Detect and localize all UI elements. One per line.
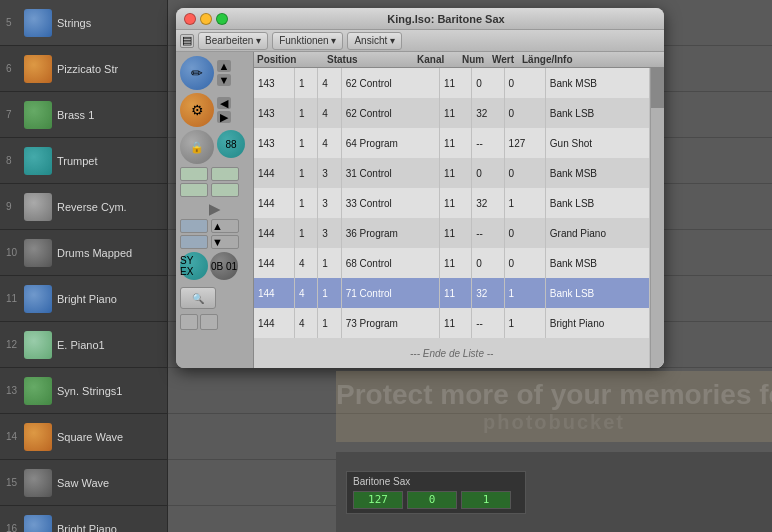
table-row[interactable]: 1441333 Control11321Bank LSB <box>254 188 650 218</box>
inst-btn-gray[interactable]: 🔒 <box>180 130 214 164</box>
search-btn-row: 🔍 <box>180 287 249 309</box>
track-num-12: 12 <box>6 339 24 350</box>
icon-btn-1[interactable] <box>180 314 198 330</box>
track-item-13[interactable]: 13 Syn. Strings1 <box>0 368 167 414</box>
main-area: King.lso: Baritone Sax ▤ Bearbeiten ▾ Fu… <box>168 0 772 532</box>
panel-expand-arrow[interactable] <box>209 204 221 216</box>
funktionen-menu[interactable]: Funktionen ▾ <box>272 32 343 50</box>
watermark-text: Protect more of your memories for less! <box>336 379 772 411</box>
green-btn-2[interactable] <box>180 183 208 197</box>
window-toolbar: ▤ Bearbeiten ▾ Funktionen ▾ Ansicht ▾ <box>176 30 664 52</box>
track-name-8: Trumpet <box>57 155 98 167</box>
ansicht-menu[interactable]: Ansicht ▾ <box>347 32 402 50</box>
inst-btn-pencil[interactable]: ✏ <box>180 56 214 90</box>
track-name-6: Pizzicato Str <box>57 63 118 75</box>
window-title: King.lso: Baritone Sax <box>236 13 656 25</box>
nav-down[interactable]: ▼ <box>217 74 231 86</box>
midi-data-table: 1431462 Control1100Bank MSB 1431462 Cont… <box>254 68 650 368</box>
nav-right[interactable]: ▶ <box>217 111 231 123</box>
select-btn-2[interactable] <box>180 235 208 249</box>
track-icon-11 <box>24 285 52 313</box>
inst-btn-dgray[interactable]: 0B 01 <box>210 252 238 280</box>
table-scrollbar[interactable] <box>650 68 664 368</box>
window-titlebar: King.lso: Baritone Sax <box>176 8 664 30</box>
baritone-val3[interactable] <box>461 491 511 509</box>
track-item-9[interactable]: 9 Reverse Cym. <box>0 184 167 230</box>
green-btn-3[interactable] <box>211 167 239 181</box>
track-name-5: Strings <box>57 17 91 29</box>
arrow-btn-2[interactable]: ▼ <box>211 235 239 249</box>
nav-left[interactable]: ◀ <box>217 97 231 109</box>
expand-arrow-row <box>180 204 249 216</box>
track-num-10: 10 <box>6 247 24 258</box>
baritone-controls <box>353 491 519 509</box>
track-list: 5 Strings 6 Pizzicato Str 7 Brass 1 8 Tr… <box>0 0 168 532</box>
col-status: Status <box>324 54 414 65</box>
track-item-7[interactable]: 7 Brass 1 <box>0 92 167 138</box>
track-name-13: Syn. Strings1 <box>57 385 122 397</box>
table-row[interactable]: 1444168 Control1100Bank MSB <box>254 248 650 278</box>
track-icon-16 <box>24 515 52 533</box>
track-item-10[interactable]: 10 Drums Mapped <box>0 230 167 276</box>
inst-btn-teal[interactable]: 88 <box>217 130 245 158</box>
green-btn-4[interactable] <box>211 183 239 197</box>
table-row[interactable]: 1431462 Control11320Bank LSB <box>254 98 650 128</box>
scrollbar-thumb[interactable] <box>651 68 664 108</box>
inst-row-4 <box>180 167 249 197</box>
track-item-6[interactable]: 6 Pizzicato Str <box>0 46 167 92</box>
track-num-9: 9 <box>6 201 24 212</box>
track-name-12: E. Piano1 <box>57 339 105 351</box>
track-num-13: 13 <box>6 385 24 396</box>
track-item-14[interactable]: 14 Square Wave <box>0 414 167 460</box>
col-info: Länge/Info <box>519 54 664 65</box>
track-name-10: Drums Mapped <box>57 247 132 259</box>
track-item-8[interactable]: 8 Trumpet <box>0 138 167 184</box>
green-btn-1[interactable] <box>180 167 208 181</box>
bearbeiten-menu[interactable]: Bearbeiten ▾ <box>198 32 268 50</box>
track-item-5[interactable]: 5 Strings <box>0 0 167 46</box>
table-row-highlighted[interactable]: 1444171 Control11321Bank LSB <box>254 278 650 308</box>
track-icon-5 <box>24 9 52 37</box>
table-scroll: 1431462 Control1100Bank MSB 1431462 Cont… <box>254 68 664 368</box>
arrow-btn-1[interactable]: ▲ <box>211 219 239 233</box>
track-name-15: Saw Wave <box>57 477 109 489</box>
midi-table-header: Position Status Kanal Num Wert Länge/Inf… <box>254 52 664 68</box>
nav-up[interactable]: ▲ <box>217 60 231 72</box>
table-row[interactable]: 1431464 Program11--127Gun Shot <box>254 128 650 158</box>
track-icon-14 <box>24 423 52 451</box>
table-row[interactable]: 1441331 Control1100Bank MSB <box>254 158 650 188</box>
track-icon-13 <box>24 377 52 405</box>
midi-window: King.lso: Baritone Sax ▤ Bearbeiten ▾ Fu… <box>176 8 664 368</box>
minimize-button[interactable] <box>200 13 212 25</box>
track-num-15: 15 <box>6 477 24 488</box>
table-row[interactable]: 1441336 Program11--0Grand Piano <box>254 218 650 248</box>
table-row[interactable]: 1444173 Program11--1Bright Piano <box>254 308 650 338</box>
inst-row-6: SY EX 0B 01 <box>180 252 249 280</box>
close-button[interactable] <box>184 13 196 25</box>
track-icon-12 <box>24 331 52 359</box>
track-item-12[interactable]: 12 E. Piano1 <box>0 322 167 368</box>
track-name-14: Square Wave <box>57 431 123 443</box>
search-button[interactable]: 🔍 <box>180 287 216 309</box>
inst-btn-teal2[interactable]: SY EX <box>180 252 208 280</box>
track-item-15[interactable]: 15 Saw Wave <box>0 460 167 506</box>
instrument-panel: ✏ ▲ ▼ ⚙ ◀ ▶ 🔒 88 <box>176 52 254 368</box>
track-item-16[interactable]: 16 Bright Piano <box>0 506 167 532</box>
col-num: Num <box>459 54 489 65</box>
track-num-6: 6 <box>6 63 24 74</box>
icon-btn-2[interactable] <box>200 314 218 330</box>
baritone-val1[interactable] <box>353 491 403 509</box>
baritone-val2[interactable] <box>407 491 457 509</box>
track-name-11: Bright Piano <box>57 293 117 305</box>
inst-row-5: ▲ ▼ <box>180 219 249 249</box>
track-icon-7 <box>24 101 52 129</box>
select-btn-1[interactable] <box>180 219 208 233</box>
maximize-button[interactable] <box>216 13 228 25</box>
window-controls <box>184 13 228 25</box>
table-row[interactable]: 1431462 Control1100Bank MSB <box>254 68 650 98</box>
baritone-box: Baritone Sax <box>346 471 526 514</box>
col-position: Position <box>254 54 324 65</box>
inst-btn-orange[interactable]: ⚙ <box>180 93 214 127</box>
toolbar-spacer[interactable]: ▤ <box>180 34 194 48</box>
track-item-11[interactable]: 11 Bright Piano <box>0 276 167 322</box>
